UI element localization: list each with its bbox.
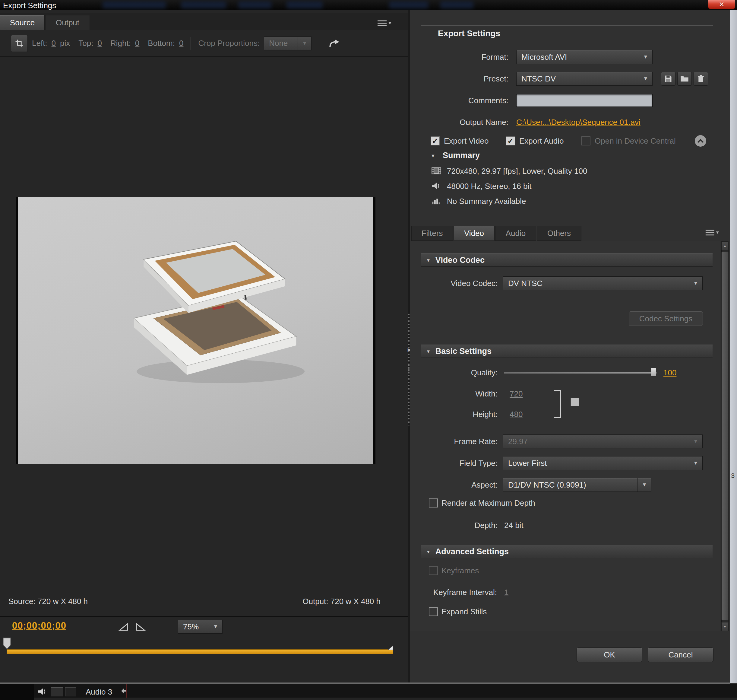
depth-label: Depth: [419, 521, 498, 530]
device-central-label: Open in Device Central [595, 136, 676, 146]
basic-settings-section-header[interactable]: ▼ Basic Settings [421, 344, 713, 358]
caret-down-icon: ▼ [639, 72, 652, 85]
width-value[interactable]: 720 [509, 389, 523, 399]
tab-filters-label: Filters [421, 229, 443, 238]
advanced-settings-section-header[interactable]: ▼ Advanced Settings [421, 545, 713, 558]
caret-down-icon: ▼ [689, 456, 702, 470]
export-video-checkbox[interactable]: ✓ [431, 136, 440, 146]
basic-settings-section-label: Basic Settings [435, 347, 492, 356]
folder-icon [680, 75, 689, 82]
format-label: Format: [422, 53, 508, 62]
quality-slider-track[interactable] [504, 372, 656, 374]
constrain-proportions-checkbox[interactable] [571, 398, 579, 406]
aspect-label: Aspect: [419, 480, 498, 490]
tab-source[interactable]: Source [0, 15, 45, 30]
constrain-link-bracket [553, 390, 561, 418]
crop-left-value[interactable]: 0 [51, 39, 56, 48]
height-value[interactable]: 480 [509, 410, 523, 419]
export-video-label: Export Video [444, 136, 489, 146]
quality-slider-handle[interactable] [651, 368, 656, 376]
close-button[interactable]: ✕ [708, 0, 735, 9]
codec-settings-button[interactable]: Codec Settings [629, 311, 703, 326]
crop-top-value[interactable]: 0 [97, 39, 101, 48]
crop-right-value[interactable]: 0 [135, 39, 139, 48]
quality-value[interactable]: 100 [664, 368, 676, 378]
import-preset-button[interactable] [677, 72, 692, 86]
speaker-icon[interactable] [37, 687, 47, 697]
ok-button[interactable]: OK [577, 647, 642, 662]
codec-settings-label: Codec Settings [639, 314, 692, 324]
delete-preset-button[interactable] [694, 72, 708, 86]
keyframes-checkbox[interactable] [429, 566, 438, 575]
save-preset-button[interactable] [661, 72, 675, 86]
preset-value: NTSC DV [521, 74, 556, 84]
section-collapse-icon: ▼ [426, 258, 431, 263]
export-audio-checkbox[interactable]: ✓ [506, 136, 515, 146]
cancel-button[interactable]: Cancel [648, 647, 714, 662]
output-name-link[interactable]: C:\User...\Desktop\Sequence 01.avi [516, 118, 640, 127]
expand-stills-checkbox[interactable] [429, 607, 438, 616]
device-central-checkbox[interactable] [581, 136, 590, 146]
track-lock-toggle[interactable] [65, 687, 76, 696]
track-header-gutter [0, 684, 34, 700]
collapse-panel-button[interactable] [694, 134, 708, 149]
scroll-up-icon: ▲ [723, 244, 727, 248]
video-codec-dropdown[interactable]: DV NTSC ▼ [503, 276, 703, 290]
caret-down-icon: ▼ [637, 478, 651, 491]
zoom-level-dropdown[interactable]: 75% ▼ [178, 620, 223, 634]
track-output-toggle[interactable] [51, 687, 63, 696]
tab-source-label: Source [10, 18, 35, 28]
summary-collapse-icon[interactable]: ▼ [431, 153, 435, 159]
tab-audio[interactable]: Audio [495, 226, 536, 241]
tab-video[interactable]: Video [454, 226, 495, 241]
output-dimensions: Output: 720 w X 480 h [241, 597, 380, 606]
comments-input[interactable] [516, 94, 653, 107]
export-settings-dialog: Export Settings ✕ Source Output Left: 0 … [0, 0, 737, 700]
output-name-label: Output Name: [416, 118, 508, 127]
export-frame-button[interactable] [326, 35, 342, 51]
mark-out-icon[interactable] [135, 622, 146, 633]
crop-toolbar: Left: 0 pix Top: 0 Right: 0 Bottom: 0 Cr… [0, 30, 408, 57]
panel-menu-icon[interactable] [376, 19, 392, 28]
tab-filters[interactable]: Filters [411, 226, 453, 241]
crop-left-label: Left: [32, 39, 47, 48]
timecode-display[interactable]: 00;00;00;00 [12, 621, 66, 631]
scroll-up-button[interactable]: ▲ [721, 241, 728, 250]
summary-audio-line: 48000 Hz, Stereo, 16 bit [447, 182, 531, 191]
work-area-end-marker[interactable] [387, 645, 394, 652]
crop-bottom-label: Bottom: [148, 39, 175, 48]
crop-proportions-dropdown[interactable]: None ▼ [264, 37, 311, 50]
crop-bottom-value[interactable]: 0 [179, 39, 184, 48]
keyframes-label: Keyframes [442, 566, 479, 575]
height-label: Height: [419, 410, 498, 419]
video-codec-section-header[interactable]: ▼ Video Codec [421, 253, 713, 267]
background-desktop-strip: 3 [730, 10, 737, 683]
scroll-down-button[interactable]: ▼ [721, 622, 728, 631]
crop-icon [15, 39, 24, 48]
crop-button[interactable] [11, 35, 28, 52]
section-collapse-icon: ▼ [426, 549, 431, 554]
frame-rate-dropdown[interactable]: 29.97 ▼ [503, 434, 703, 449]
render-max-depth-checkbox[interactable] [429, 499, 438, 507]
preset-label: Preset: [422, 74, 508, 84]
keyframe-interval-value[interactable]: 1 [504, 588, 508, 597]
divider-grip[interactable] [408, 365, 410, 425]
crop-top-label: Top: [78, 39, 93, 48]
render-max-depth-label: Render at Maximum Depth [442, 499, 535, 508]
timeline-work-area-bar[interactable] [7, 649, 393, 654]
format-dropdown[interactable]: Microsoft AVI ▼ [516, 50, 653, 64]
tab-others[interactable]: Others [537, 226, 581, 241]
field-type-dropdown[interactable]: Lower First ▼ [503, 456, 703, 470]
background-window-blur [389, 1, 428, 9]
zoom-level-value: 75% [183, 622, 199, 631]
preset-dropdown[interactable]: NTSC DV ▼ [516, 72, 653, 86]
tab-output[interactable]: Output [45, 15, 90, 30]
frame-rate-label: Frame Rate: [419, 437, 498, 446]
save-icon [664, 75, 672, 83]
aspect-dropdown[interactable]: D1/DV NTSC (0.9091) ▼ [503, 478, 651, 492]
tab-menu-icon[interactable] [705, 228, 719, 238]
crop-right-label: Right: [110, 39, 131, 48]
scrollbar-thumb[interactable] [721, 251, 728, 621]
caret-down-icon: ▼ [298, 37, 311, 50]
mark-in-icon[interactable] [118, 622, 129, 633]
